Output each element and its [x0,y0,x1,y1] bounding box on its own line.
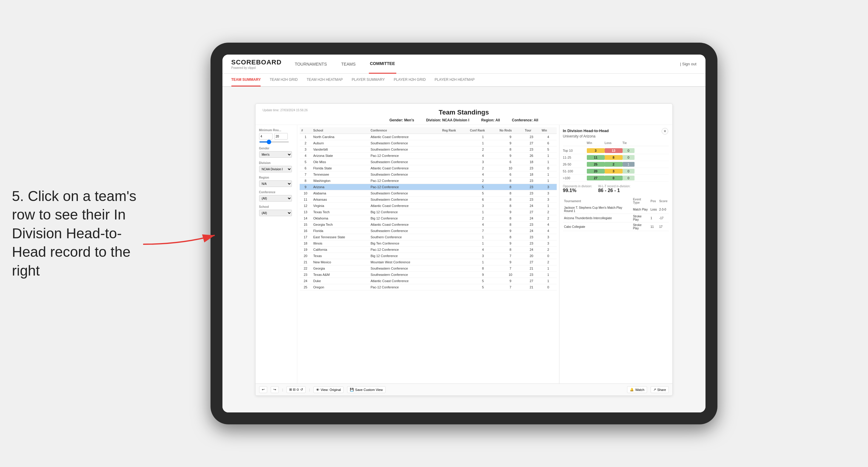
cell-no-rnds: 8 [498,247,523,253]
table-row[interactable]: 22 Georgia Southeastern Conference 8 7 2… [300,266,557,272]
tourn-type: Stroke Play [632,222,649,231]
h2h-row-tie: 0 [623,169,634,174]
annotation-arrow [143,226,221,250]
nav-committee[interactable]: COMMITTEE [369,55,396,74]
sub-nav-player-h2h-heatmap[interactable]: PLAYER H2H HEATMAP [435,73,475,87]
cell-school: Florida [312,228,369,234]
cell-conference: Pac-12 Conference [369,247,440,253]
share-button[interactable]: ↗ Share [651,386,669,393]
h2h-school: University of Arizona [563,134,669,138]
view-original-button[interactable]: 👁 View: Original [313,386,343,393]
sub-nav-team-h2h-heatmap[interactable]: TEAM H2H HEATMAP [307,73,343,87]
update-time: Update time: 27/03/2024 15:56:26 [263,108,308,112]
standings-area[interactable]: # School Conference Reg Rank Conf Rank N… [297,125,559,383]
cell-school: Illinois [312,240,369,247]
table-row[interactable]: 21 New Mexico Mountain West Conference 1… [300,259,557,266]
table-row[interactable]: 18 Illinois Big Ten Conference 1 9 23 3 [300,240,557,247]
table-row[interactable]: 24 Duke Atlantic Coast Conference 5 9 27… [300,278,557,284]
gender-select[interactable]: Men's Women's [259,151,292,158]
table-row[interactable]: 13 Texas Tech Big 12 Conference 1 9 27 2 [300,209,557,215]
table-row[interactable]: 12 Virginia Atlantic Coast Conference 3 … [300,203,557,209]
sub-nav: TEAM SUMMARY TEAM H2H GRID TEAM H2H HEAT… [222,74,706,87]
min-rounds-min-input[interactable] [259,133,273,139]
cell-win: 2 [540,209,556,215]
h2h-row-tie: 1 [623,162,634,167]
sub-nav-team-summary[interactable]: TEAM SUMMARY [231,73,261,87]
table-row[interactable]: 17 East Tennessee State Southern Confere… [300,234,557,240]
tournament-col-type: Event Type [632,197,649,205]
table-row[interactable]: 23 Texas A&M Southeastern Conference 9 1… [300,272,557,278]
division-select[interactable]: NCAA Division I [259,166,292,173]
table-row[interactable]: 11 Arkansas Southeastern Conference 6 8 … [300,196,557,203]
cell-no-rnds: 9 [498,259,523,266]
table-row[interactable]: 1 North Carolina Atlantic Coast Conferen… [300,134,557,140]
redo-button[interactable]: ↪ [271,386,279,393]
h2h-close-button[interactable]: ✕ [662,128,668,134]
cell-win: 1 [540,172,556,178]
sign-out[interactable]: | Sign out [680,62,696,66]
cell-conf-rank: 4 [468,153,498,159]
table-row[interactable]: 20 Texas Big 12 Conference 3 7 20 0 [300,253,557,259]
cell-conference: Southeastern Conference [369,272,440,278]
cell-rank: 2 [300,140,312,147]
table-row[interactable]: 4 Arizona State Pac-12 Conference 4 9 26… [300,153,557,159]
standings-table: # School Conference Reg Rank Conf Rank N… [300,127,557,290]
school-select[interactable]: (All) [259,210,292,216]
table-row[interactable]: 2 Auburn Southeastern Conference 1 9 27 … [300,140,557,147]
cell-conf-rank: 5 [468,278,498,284]
nav-teams[interactable]: TEAMS [340,55,356,74]
cell-conference: Atlantic Coast Conference [369,134,440,140]
table-row[interactable]: 3 Vanderbilt Southeastern Conference 2 8… [300,147,557,153]
cell-rank: 5 [300,159,312,165]
min-rounds-slider[interactable] [259,142,289,143]
annotation-block: 5. Click on a team's row to see their In… [12,187,143,280]
sub-nav-player-summary[interactable]: PLAYER SUMMARY [352,73,385,87]
table-row[interactable]: 25 Oregon Pac-12 Conference 5 7 21 0 [300,284,557,290]
save-custom-view-button[interactable]: 💾 Save Custom View [347,386,385,393]
cell-reg-rank [440,259,468,266]
undo-button[interactable]: ↩ [259,386,267,393]
table-row[interactable]: 6 Florida State Atlantic Coast Conferenc… [300,165,557,172]
table-row[interactable]: 14 Oklahoma Big 12 Conference 2 8 24 2 [300,215,557,222]
min-rounds-max-input[interactable] [274,133,288,139]
logo-area: SCOREBOARD Powered by clippd [231,58,282,69]
watch-button[interactable]: 🔔 Watch [627,386,647,393]
toolbar-icons[interactable]: ⊞ ⊟ ⊙ ↺ [286,386,305,393]
table-row[interactable]: 7 Tennessee Southeastern Conference 4 6 … [300,172,557,178]
cell-rank: 24 [300,278,312,284]
cell-conference: Pac-12 Conference [369,184,440,190]
cell-school: Georgia Tech [312,222,369,228]
cell-conference: Atlantic Coast Conference [369,278,440,284]
cell-reg-rank [440,190,468,196]
table-row[interactable]: 16 Florida Southeastern Conference 7 9 2… [300,228,557,234]
cell-conference: Mountain West Conference [369,259,440,266]
filter-school: School (All) [259,205,293,216]
region-select[interactable]: N/A [259,180,292,187]
cell-rank: 22 [300,266,312,272]
table-row[interactable]: 8 Washington Pac-12 Conference 2 8 23 1 [300,178,557,184]
cell-conf-rank: 3 [468,159,498,165]
sub-nav-team-h2h-grid[interactable]: TEAM H2H GRID [270,73,298,87]
table-row[interactable]: 15 Georgia Tech Atlantic Coast Conferenc… [300,222,557,228]
cell-conf-rank: 3 [468,253,498,259]
cell-school: North Carolina [312,134,369,140]
conference-select[interactable]: (All) [259,195,292,201]
h2h-row-loss: 2 [605,162,623,167]
tournament-row: Cabo Collegiate Stroke Play 11 17 [563,222,669,231]
cell-conference: Pac-12 Conference [369,284,440,290]
table-row[interactable]: 19 California Pac-12 Conference 4 8 24 2 [300,247,557,253]
tournament-row: Jackson T. Stephens Cup Men's Match-Play… [563,205,669,214]
cell-conf-rank: 3 [468,203,498,209]
nav-tournaments[interactable]: TOURNAMENTS [293,55,328,74]
cell-no-rnds: 9 [498,140,523,147]
cell-conference: Southern Conference [369,234,440,240]
cell-no-rnds: 8 [498,190,523,196]
h2h-row-loss: 8 [605,155,623,160]
table-row[interactable]: 5 Ole Miss Southeastern Conference 3 6 1… [300,159,557,165]
table-row[interactable]: 9 Arizona Pac-12 Conference 5 8 23 3 [300,184,557,190]
sub-nav-player-h2h-grid[interactable]: PLAYER H2H GRID [394,73,426,87]
h2h-col-loss: Loss [605,142,623,145]
cell-no-rnds: 8 [498,234,523,240]
table-row[interactable]: 10 Alabama Southeastern Conference 5 8 2… [300,190,557,196]
region-label: Region: All [481,118,500,122]
